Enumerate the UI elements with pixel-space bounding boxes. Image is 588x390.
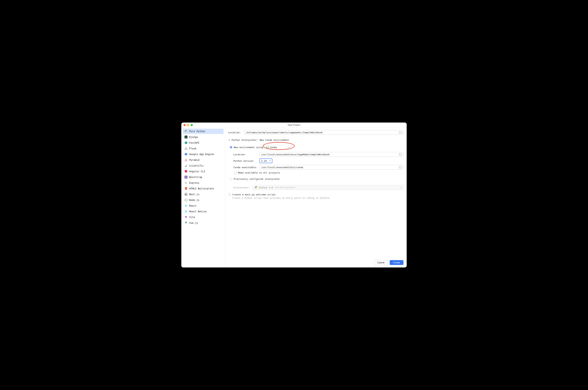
sidebar-item-label: Angular CLI xyxy=(189,170,205,173)
env-location-value: /usr/local/anaconda3/envs/SageMakerSampl… xyxy=(261,153,399,156)
react-icon xyxy=(184,204,187,207)
chevron-down-icon xyxy=(228,139,230,141)
minimize-icon[interactable] xyxy=(187,124,189,126)
create-main-hint: Create a Python script that provides an … xyxy=(232,196,330,199)
python-version-label: Python version: xyxy=(233,160,258,162)
environment-tool-select[interactable]: Conda xyxy=(265,145,291,149)
previously-configured-radio[interactable] xyxy=(230,178,232,180)
python-version-select[interactable]: 3.10 xyxy=(260,158,272,163)
interpreter-path: /usr/bin/python3 xyxy=(274,186,295,189)
conda-icon xyxy=(266,146,269,148)
python-version-row: Python version: 3.10 xyxy=(233,158,404,163)
location-input[interactable]: /Volumes/workplace/experiments/sagemaker… xyxy=(244,130,404,135)
svg-marker-15 xyxy=(185,199,187,201)
sidebar-item-flask[interactable]: Flask xyxy=(183,146,224,151)
window-title: New Project xyxy=(181,124,407,126)
main-panel: Location: /Volumes/workplace/experiments… xyxy=(225,128,407,267)
env-location-input[interactable]: /usr/local/anaconda3/envs/SageMakerSampl… xyxy=(260,152,404,157)
new-environment-label: New environment using xyxy=(234,146,263,149)
sidebar-item-django[interactable]: dj Django xyxy=(183,134,224,140)
new-environment-radio[interactable] xyxy=(230,146,232,148)
chevron-down-icon xyxy=(400,187,402,188)
angular-icon: A xyxy=(184,170,187,173)
svg-point-20 xyxy=(186,211,186,212)
sidebar-item-angular-cli[interactable]: A Angular CLI xyxy=(183,169,224,174)
python-icon xyxy=(184,130,187,133)
env-location-row: Location: /usr/local/anaconda3/envs/Sage… xyxy=(233,152,404,157)
previously-configured-radio-row[interactable]: Previously configured interpreter xyxy=(230,178,404,180)
sidebar-item-scientific[interactable]: Scientific xyxy=(183,163,224,168)
close-icon[interactable] xyxy=(183,124,186,126)
sidebar-item-label: React xyxy=(189,204,196,207)
make-available-checkbox[interactable] xyxy=(234,172,237,174)
interpreter-select[interactable]: Python 3.8 /usr/bin/python3 xyxy=(253,185,404,190)
sidebar-item-label: Vue.js xyxy=(189,221,198,225)
sidebar-item-label: Bootstrap xyxy=(189,175,202,179)
sidebar-item-label: Vite xyxy=(189,215,195,219)
create-main-row[interactable]: Create a main.py welcome script Create a… xyxy=(228,193,404,199)
react-native-icon xyxy=(184,210,187,213)
svg-text:B: B xyxy=(185,176,187,178)
folder-icon[interactable] xyxy=(399,131,402,134)
create-main-checkbox[interactable] xyxy=(228,193,231,196)
sidebar-item-google-app-engine[interactable]: Google App Engine xyxy=(183,151,224,157)
previously-configured-label: Previously configured interpreter xyxy=(234,178,280,180)
pyramid-icon xyxy=(184,158,187,161)
bootstrap-icon: B xyxy=(184,176,187,179)
sidebar-item-label: Next.js xyxy=(189,193,199,196)
sidebar-item-express[interactable]: ex Express xyxy=(183,180,224,186)
svg-text:5: 5 xyxy=(185,188,186,190)
python-version-value: 3.10 xyxy=(261,160,267,162)
sidebar-item-pyramid[interactable]: Pyramid xyxy=(183,157,224,163)
section-label: Python Interpreter: New Conda environmen… xyxy=(231,139,289,141)
svg-marker-3 xyxy=(185,153,187,155)
env-location-label: Location: xyxy=(233,153,258,156)
sidebar-item-label: Pure Python xyxy=(189,130,205,133)
new-environment-radio-row[interactable]: New environment using Conda xyxy=(230,145,404,149)
window-controls xyxy=(183,124,193,126)
interpreter-value: Python 3.8 xyxy=(259,186,273,189)
svg-text:dj: dj xyxy=(185,136,186,138)
sidebar-item-label: Scientific xyxy=(189,164,204,167)
create-main-label: Create a main.py welcome script xyxy=(232,193,330,196)
nodejs-icon xyxy=(184,198,187,201)
gae-icon xyxy=(184,153,187,156)
make-available-row[interactable]: Make available to all projects xyxy=(234,171,404,174)
django-icon: dj xyxy=(184,136,187,139)
dialog-body: Pure Python dj Django FastAPI Flask Goog… xyxy=(181,128,407,267)
interpreter-label: Interpreter: xyxy=(233,186,251,189)
conda-exec-input[interactable]: /usr/local/anaconda3/bin/conda xyxy=(260,165,404,170)
zoom-icon[interactable] xyxy=(191,124,193,126)
sidebar-item-react[interactable]: React xyxy=(183,203,224,208)
nextjs-icon: N xyxy=(184,193,187,196)
new-env-options: Location: /usr/local/anaconda3/envs/Sage… xyxy=(233,152,404,177)
sidebar-item-nextjs[interactable]: N Next.js xyxy=(183,192,224,197)
sidebar-item-vuejs[interactable]: Vue.js xyxy=(183,220,224,226)
titlebar: New Project xyxy=(181,123,407,128)
sidebar-item-html5-boilerplate[interactable]: 5 HTML5 Boilerplate xyxy=(183,186,224,191)
sidebar-item-label: React Native xyxy=(189,210,207,213)
make-available-label: Make available to all projects xyxy=(238,171,280,174)
cancel-button[interactable]: Cancel xyxy=(374,260,388,265)
sidebar-item-fastapi[interactable]: FastAPI xyxy=(183,140,224,146)
sidebar-item-bootstrap[interactable]: B Bootstrap xyxy=(183,174,224,180)
vuejs-icon xyxy=(184,221,187,224)
sidebar-item-label: Pyramid xyxy=(189,158,199,162)
sidebar-item-pure-python[interactable]: Pure Python xyxy=(183,129,224,134)
scientific-icon xyxy=(184,164,187,167)
button-bar: Cancel Create xyxy=(374,260,404,265)
sidebar-item-nodejs[interactable]: Node.js xyxy=(183,197,224,203)
sidebar-item-react-native[interactable]: React Native xyxy=(183,209,224,214)
interpreter-row: Interpreter: Python 3.8 /usr/bin/python3 xyxy=(233,185,404,190)
svg-point-6 xyxy=(186,160,187,161)
folder-icon[interactable] xyxy=(399,166,402,169)
sidebar-item-label: Express xyxy=(189,181,199,185)
svg-text:N: N xyxy=(185,194,186,195)
svg-text:A: A xyxy=(185,171,187,172)
interpreter-section-header[interactable]: Python Interpreter: New Conda environmen… xyxy=(228,139,404,141)
folder-icon[interactable] xyxy=(399,153,402,156)
sidebar-item-vite[interactable]: Vite xyxy=(183,214,224,220)
conda-exec-row: Conda executable: /usr/local/anaconda3/b… xyxy=(233,165,404,170)
create-button[interactable]: Create xyxy=(390,260,404,265)
new-project-dialog: New Project Pure Python dj Django FastAP… xyxy=(181,123,407,267)
